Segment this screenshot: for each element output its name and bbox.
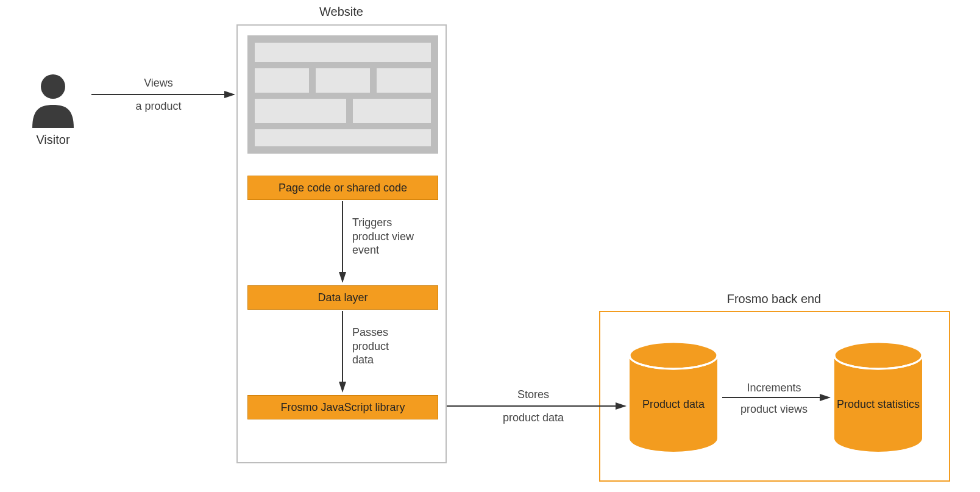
arrow-stores-label-top: Stores	[481, 388, 585, 402]
website-title: Website	[305, 5, 378, 19]
arrow-passes-label: Passes product data	[352, 326, 389, 367]
svg-point-10	[41, 74, 65, 99]
arrow-triggers-label: Triggers product view event	[352, 216, 414, 257]
arrow-stores-label-bottom: product data	[481, 411, 585, 425]
webpage-mockup-icon	[238, 26, 448, 154]
backend-title: Frosmo back end	[713, 292, 835, 306]
website-container: Page code or shared code Triggers produc…	[236, 24, 447, 463]
js-library-label: Frosmo JavaScript library	[280, 401, 405, 414]
visitor-label: Visitor	[29, 133, 77, 147]
product-stats-cylinder-label: Product statistics	[829, 398, 927, 412]
arrow-views-label-bottom: a product	[122, 99, 195, 113]
svg-rect-7	[255, 129, 431, 146]
arrow-views-label-top: Views	[122, 76, 195, 90]
diagram-canvas: Website Page code or shared code	[0, 0, 980, 492]
svg-rect-1	[255, 43, 431, 62]
svg-rect-6	[353, 99, 431, 123]
visitor-icon	[29, 73, 77, 128]
arrow-increments-label-top: Increments	[725, 381, 823, 395]
arrow-increments-label-bottom: product views	[725, 402, 823, 416]
product-data-cylinder-label: Product data	[625, 398, 722, 412]
svg-rect-2	[255, 68, 309, 93]
svg-rect-5	[255, 99, 346, 123]
svg-rect-3	[316, 68, 370, 93]
page-code-label: Page code or shared code	[279, 182, 407, 194]
js-library-box: Frosmo JavaScript library	[247, 395, 438, 419]
svg-rect-4	[377, 68, 431, 93]
backend-container: Product data Product statistics Incremen…	[599, 311, 950, 482]
data-layer-label: Data layer	[318, 291, 367, 304]
data-layer-box: Data layer	[247, 285, 438, 310]
page-code-box: Page code or shared code	[247, 176, 438, 200]
